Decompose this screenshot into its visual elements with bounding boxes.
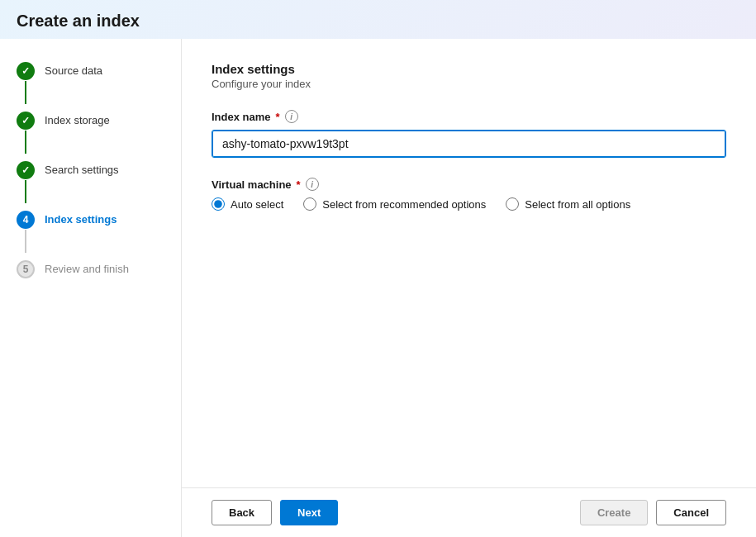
radio-all-options-label: Select from all options [525, 198, 630, 211]
create-button[interactable]: Create [580, 500, 648, 525]
sidebar-item-label: Review and finish [45, 260, 129, 277]
radio-auto-select-label: Auto select [231, 198, 283, 211]
sidebar-item-index-settings[interactable]: 4 Index settings [17, 207, 181, 257]
content-area: Index settings Configure your index Inde… [182, 39, 756, 487]
connector-line-4 [25, 230, 26, 253]
back-button[interactable]: Back [212, 500, 272, 525]
connector-line-3 [25, 180, 26, 203]
section-title: Index settings [212, 62, 726, 76]
virtual-machine-radio-group: Auto select Select from recommended opti… [212, 197, 726, 211]
step-icon-review-finish: 5 [17, 260, 35, 278]
step-icon-index-storage: ✓ [17, 112, 35, 130]
radio-recommended-input[interactable] [303, 197, 316, 211]
index-name-info-icon[interactable]: i [285, 110, 298, 123]
sidebar-item-label: Source data [45, 62, 102, 78]
radio-recommended[interactable]: Select from recommended options [303, 197, 486, 211]
sidebar-item-index-storage[interactable]: ✓ Index storage [17, 108, 181, 158]
index-name-input[interactable] [212, 130, 726, 158]
page-title: Create an index [17, 12, 739, 31]
sidebar-item-label: Search settings [45, 161, 119, 178]
required-star: * [276, 111, 280, 123]
radio-auto-select[interactable]: Auto select [212, 197, 283, 211]
radio-auto-select-input[interactable] [212, 197, 225, 211]
sidebar: ✓ Source data ✓ Index storage ✓ Search s… [0, 39, 182, 537]
sidebar-item-source-data[interactable]: ✓ Source data [17, 59, 181, 108]
sidebar-item-label: Index storage [45, 112, 110, 128]
virtual-machine-info-icon[interactable]: i [306, 178, 319, 191]
sidebar-item-label: Index settings [45, 211, 116, 227]
connector-line-1 [25, 81, 26, 104]
radio-all-options[interactable]: Select from all options [506, 197, 630, 211]
radio-recommended-label: Select from recommended options [322, 198, 486, 211]
step-icon-search-settings: ✓ [17, 161, 35, 179]
connector-line-2 [25, 131, 26, 154]
cancel-button[interactable]: Cancel [656, 500, 726, 525]
next-button[interactable]: Next [280, 500, 338, 525]
sidebar-item-review-finish[interactable]: 5 Review and finish [17, 257, 181, 282]
virtual-machine-label: Virtual machine * i [212, 178, 726, 191]
section-subtitle: Configure your index [212, 78, 726, 90]
radio-all-options-input[interactable] [506, 197, 519, 211]
sidebar-item-search-settings[interactable]: ✓ Search settings [17, 158, 181, 207]
footer-left: Back Next [212, 500, 338, 525]
footer-right: Create Cancel [580, 500, 726, 525]
required-star-vm: * [297, 178, 301, 191]
footer-bar: Back Next Create Cancel [182, 487, 756, 537]
step-icon-source-data: ✓ [17, 62, 35, 80]
step-icon-index-settings: 4 [17, 211, 35, 229]
index-name-label: Index name * i [212, 110, 726, 123]
